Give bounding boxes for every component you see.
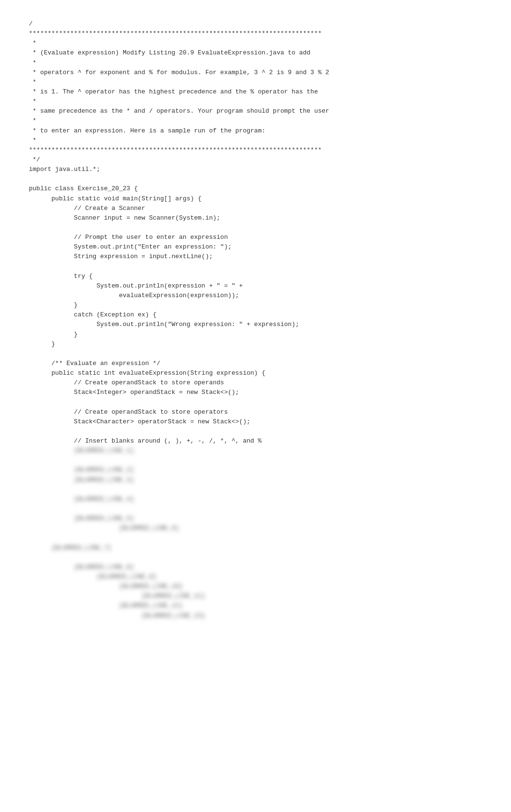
code-line: Stack<Integer> operandStack = new Stack<…	[29, 389, 239, 396]
code-line: catch (Exception ex) {	[29, 311, 156, 318]
code-line-blurred: [BLURRED_LINE_8]	[29, 563, 134, 571]
code-line: System.out.println(expression + " = " +	[29, 282, 243, 289]
code-line: */	[29, 156, 40, 163]
code-line-blurred: [BLURRED_LINE_10]	[29, 583, 183, 590]
code-line: /** Evaluate an expression */	[29, 360, 160, 367]
code-line: ****************************************…	[29, 146, 322, 154]
code-line: evaluateExpression(expression));	[29, 292, 239, 299]
code-line: *	[29, 59, 37, 66]
code-line: public class Exercise_20_23 {	[29, 185, 138, 192]
code-line: *	[29, 39, 37, 47]
code-line: *	[29, 137, 37, 144]
code-line: System.out.println("Wrong expression: " …	[29, 321, 299, 328]
code-block: / **************************************…	[29, 19, 482, 621]
code-line: * is 1. The ^ operator has the highest p…	[29, 88, 318, 95]
code-line: try {	[29, 273, 93, 280]
code-line-blurred: [BLURRED_LINE_1]	[29, 447, 134, 454]
code-line: String expression = input.nextLine();	[29, 253, 213, 260]
code-line-blurred: [BLURRED_LINE_4]	[29, 496, 134, 503]
code-line: public static void main(String[] args) {	[29, 195, 202, 202]
code-line-blurred: [BLURRED_LINE_7]	[29, 544, 112, 551]
code-line: // Insert blanks around (, ), +, -, /, *…	[29, 437, 262, 445]
code-line-blurred: [BLURRED_LINE_9]	[29, 573, 156, 580]
code-line-blurred: [BLURRED_LINE_11]	[29, 592, 205, 600]
code-line: *	[29, 98, 37, 105]
code-line: * operators ^ for exponent and % for mod…	[29, 69, 329, 76]
code-line: Scanner input = new Scanner(System.in);	[29, 214, 220, 222]
code-line-blurred: [BLURRED_LINE_3]	[29, 476, 134, 484]
code-line-blurred: [BLURRED_LINE_5]	[29, 515, 134, 522]
code-line: // Create operandStack to store operands	[29, 379, 224, 386]
code-line: *	[29, 117, 37, 124]
code-line: // Prompt the user to enter an expressio…	[29, 234, 228, 241]
code-line: }	[29, 341, 55, 348]
code-line: *	[29, 79, 37, 86]
code-line: * same precedence as the * and / operato…	[29, 107, 329, 115]
code-line: // Create operandStack to store operator…	[29, 408, 228, 416]
code-line: Stack<Character> operatorStack = new Sta…	[29, 418, 250, 425]
code-line: * (Evaluate expression) Modify Listing 2…	[29, 49, 310, 56]
code-line: import java.util.*;	[29, 166, 100, 173]
code-line-blurred: [BLURRED_LINE_13]	[29, 612, 205, 619]
code-line: /	[29, 20, 33, 27]
code-line-blurred: [BLURRED_LINE_6]	[29, 524, 179, 532]
code-line: }	[29, 301, 77, 309]
code-line: // Create a Scanner	[29, 205, 145, 212]
code-line: System.out.print("Enter an expression: "…	[29, 243, 231, 250]
code-line-blurred: [BLURRED_LINE_2]	[29, 466, 134, 473]
code-line: public static int evaluateExpression(Str…	[29, 369, 265, 377]
code-line: ****************************************…	[29, 30, 322, 37]
code-line: }	[29, 331, 77, 338]
code-line: * to enter an expression. Here is a samp…	[29, 127, 265, 134]
code-line-blurred: [BLURRED_LINE_12]	[29, 602, 183, 609]
code-container: / **************************************…	[29, 19, 482, 621]
